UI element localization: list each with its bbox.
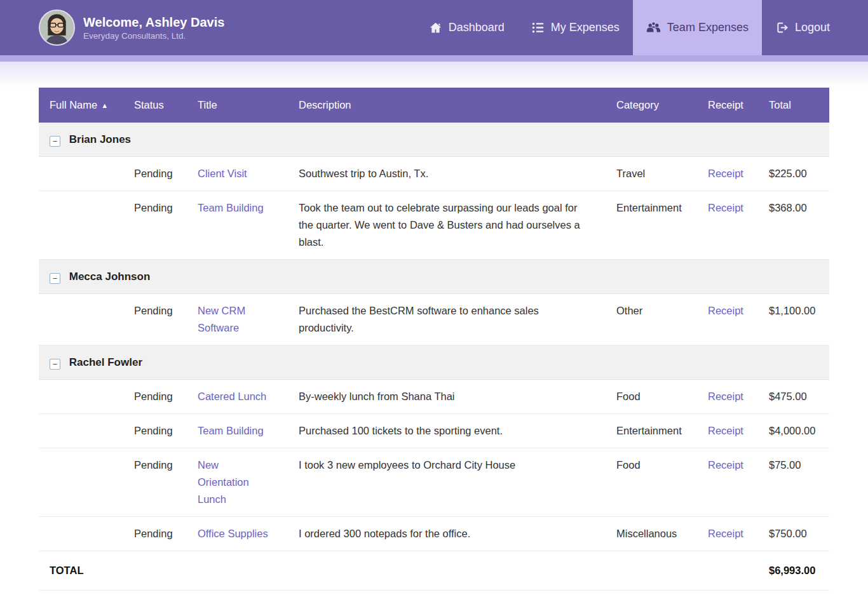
status-cell: Pending — [134, 414, 198, 448]
group-header-cell: − Mecca Johnson — [39, 260, 829, 294]
expense-title-link[interactable]: New CRM Software — [198, 305, 245, 333]
receipt-link[interactable]: Receipt — [708, 528, 743, 539]
receipt-cell: Receipt — [708, 448, 769, 517]
nav-item-label: My Expenses — [551, 21, 620, 34]
member-name-cell — [39, 191, 134, 260]
total-cell: $75.00 — [769, 448, 829, 517]
group-row-mecca-johnson: − Mecca Johnson — [39, 260, 829, 294]
avatar — [39, 10, 75, 46]
title-cell: Catered Lunch — [198, 380, 299, 414]
category-cell: Travel — [616, 157, 708, 191]
grand-total-value: $6,993.00 — [769, 551, 829, 591]
company-subtitle: Everyday Consultants, Ltd. — [83, 30, 224, 42]
group-name: Brian Jones — [69, 133, 131, 145]
team-expenses-table: Full Name▲ Status Title Description Cate… — [39, 88, 829, 591]
receipt-link[interactable]: Receipt — [708, 391, 743, 402]
member-name-cell — [39, 294, 134, 345]
title-cell: New CRM Software — [198, 294, 299, 345]
status-cell: Pending — [134, 448, 198, 517]
user-block: Welcome, Ashley Davis Everyday Consultan… — [0, 0, 224, 55]
expense-title-link[interactable]: Catered Lunch — [198, 391, 266, 402]
welcome-title: Welcome, Ashley Davis — [83, 14, 224, 30]
receipt-link[interactable]: Receipt — [708, 168, 743, 179]
category-cell: Food — [616, 380, 708, 414]
category-cell: Entertainment — [616, 414, 708, 448]
expense-row: Pending Team Building Purchased 100 tick… — [39, 414, 829, 448]
nav-item-my-expenses[interactable]: My Expenses — [518, 0, 633, 55]
member-name-cell — [39, 157, 134, 191]
team-icon — [646, 21, 661, 34]
status-cell: Pending — [134, 517, 198, 551]
receipt-link[interactable]: Receipt — [708, 305, 743, 316]
title-cell: Client Visit — [198, 157, 299, 191]
nav-item-label: Team Expenses — [667, 21, 749, 34]
status-cell: Pending — [134, 380, 198, 414]
receipt-cell: Receipt — [708, 191, 769, 260]
title-cell: Team Building — [198, 191, 299, 260]
main-nav: Dashboard My Expenses Team Expenses Logo… — [416, 0, 868, 55]
title-cell: New Orientation Lunch — [198, 448, 299, 517]
collapse-group-icon[interactable]: − — [50, 359, 60, 370]
expense-row: Pending Team Building Took the team out … — [39, 191, 829, 260]
total-cell: $4,000.00 — [769, 414, 829, 448]
receipt-link[interactable]: Receipt — [708, 425, 743, 436]
member-name-cell — [39, 517, 134, 551]
title-cell: Office Supplies — [198, 517, 299, 551]
receipt-cell: Receipt — [708, 414, 769, 448]
category-cell: Miscellanous — [616, 517, 708, 551]
column-header-full-name[interactable]: Full Name▲ — [39, 88, 134, 123]
nav-item-team-expenses[interactable]: Team Expenses — [633, 0, 762, 55]
description-cell: I took 3 new employees to Orchard City H… — [299, 448, 616, 517]
expense-title-link[interactable]: Office Supplies — [198, 528, 268, 539]
column-header-title[interactable]: Title — [198, 88, 299, 123]
category-cell: Other — [616, 294, 708, 345]
receipt-cell: Receipt — [708, 380, 769, 414]
collapse-group-icon[interactable]: − — [50, 136, 60, 147]
status-cell: Pending — [134, 191, 198, 260]
column-header-category[interactable]: Category — [616, 88, 708, 123]
receipt-cell: Receipt — [708, 294, 769, 345]
receipt-cell: Receipt — [708, 157, 769, 191]
member-name-cell — [39, 380, 134, 414]
receipt-cell: Receipt — [708, 517, 769, 551]
total-label: TOTAL — [39, 551, 134, 591]
expense-title-link[interactable]: Team Building — [198, 202, 264, 213]
total-cell: $368.00 — [769, 191, 829, 260]
receipt-link[interactable]: Receipt — [708, 202, 743, 213]
expense-row: Pending Client Visit Southwest trip to A… — [39, 157, 829, 191]
collapse-group-icon[interactable]: − — [50, 273, 60, 284]
header-accent-band — [0, 55, 868, 62]
expense-row: Pending Office Supplies I ordered 300 no… — [39, 517, 829, 551]
home-icon — [429, 21, 442, 34]
group-row-brian-jones: − Brian Jones — [39, 123, 829, 157]
group-name: Rachel Fowler — [69, 356, 142, 368]
expense-title-link[interactable]: Team Building — [198, 425, 264, 436]
nav-item-dashboard[interactable]: Dashboard — [416, 0, 518, 55]
nav-item-label: Dashboard — [449, 21, 505, 34]
category-cell: Food — [616, 448, 708, 517]
description-cell: I ordered 300 notepads for the office. — [299, 517, 616, 551]
nav-item-logout[interactable]: Logout — [762, 0, 868, 55]
receipt-link[interactable]: Receipt — [708, 459, 743, 471]
description-cell: Purchased the BestCRM software to enhanc… — [299, 294, 616, 345]
expense-title-link[interactable]: New Orientation Lunch — [198, 459, 249, 505]
column-header-total[interactable]: Total — [769, 88, 829, 123]
user-text: Welcome, Ashley Davis Everyday Consultan… — [83, 14, 224, 42]
total-row: TOTAL $6,993.00 — [39, 551, 829, 591]
description-cell: Purchased 100 tickets to the sporting ev… — [299, 414, 616, 448]
total-cell: $750.00 — [769, 517, 829, 551]
description-cell: Took the team out to celebrate surpassin… — [299, 191, 616, 260]
app-header: Welcome, Ashley Davis Everyday Consultan… — [0, 0, 868, 55]
nav-item-label: Logout — [795, 21, 830, 34]
group-header-cell: − Rachel Fowler — [39, 345, 829, 380]
title-cell: Team Building — [198, 414, 299, 448]
list-icon — [531, 21, 545, 34]
column-header-description[interactable]: Description — [299, 88, 616, 123]
sort-asc-icon: ▲ — [101, 102, 108, 109]
expense-title-link[interactable]: Client Visit — [198, 168, 247, 179]
expenses-table-wrap: Full Name▲ Status Title Description Cate… — [39, 88, 829, 591]
column-header-receipt[interactable]: Receipt — [708, 88, 769, 123]
description-cell: By-weekly lunch from Shana Thai — [299, 380, 616, 414]
group-header-cell: − Brian Jones — [39, 123, 829, 157]
column-header-status[interactable]: Status — [134, 88, 198, 123]
